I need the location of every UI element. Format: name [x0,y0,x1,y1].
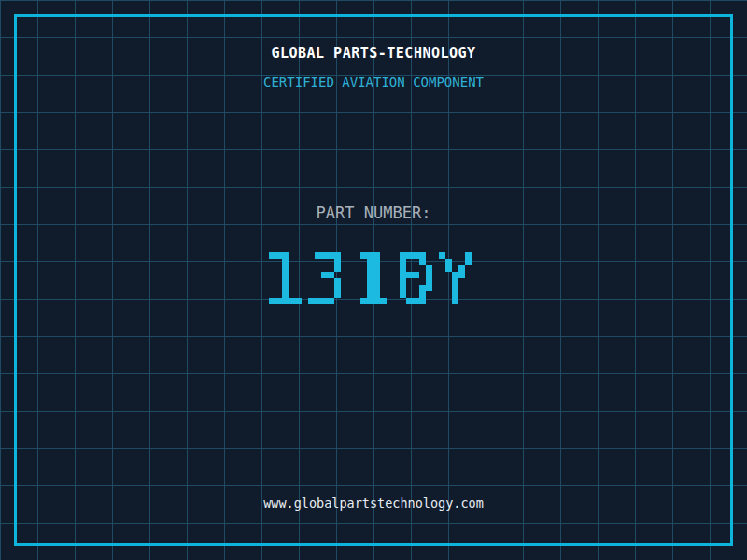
certification-subtitle: CERTIFIED AVIATION COMPONENT [0,75,747,91]
part-number-label: PART NUMBER: [0,203,747,222]
website-url: www.globalpartstechnology.com [0,496,747,511]
company-title: GLOBAL PARTS-TECHNOLOGY [0,45,747,62]
certificate-page: GLOBAL PARTS-TECHNOLOGY CERTIFIED AVIATI… [0,0,747,560]
part-number-display [256,232,491,330]
